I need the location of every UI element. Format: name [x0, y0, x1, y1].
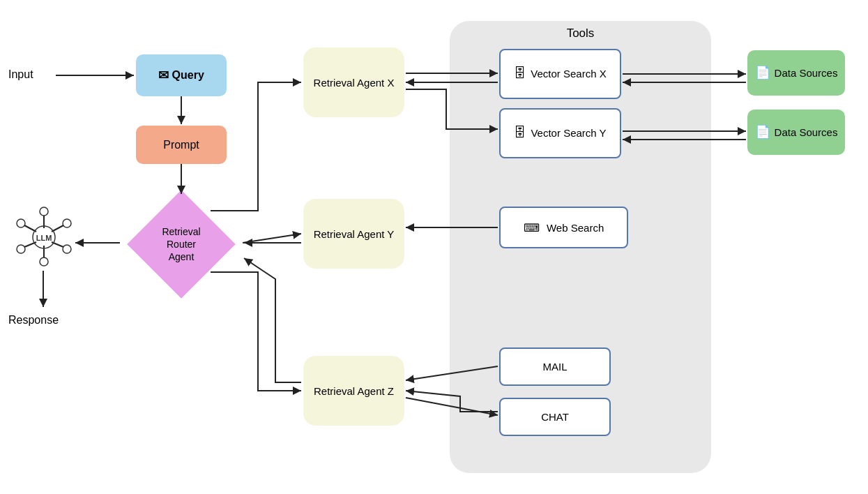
response-label: Response — [8, 314, 59, 327]
retrieval-agent-y: Retrieval Agent Y — [303, 199, 404, 269]
llm-icon: LLM — [13, 206, 75, 269]
router-agent-label: RetrievalRouterAgent — [162, 225, 200, 264]
svg-point-3 — [40, 257, 48, 266]
svg-point-4 — [17, 245, 25, 253]
tools-label: Tools — [450, 27, 711, 40]
llm-container: LLM — [13, 206, 75, 269]
keyboard-icon: ⌨ — [524, 221, 540, 234]
query-icon: ✉ — [158, 68, 169, 83]
svg-point-2 — [63, 245, 71, 253]
db-icon-y: 🗄 — [514, 125, 526, 141]
chat-tool: CHAT — [499, 398, 611, 436]
svg-point-1 — [63, 219, 71, 227]
prompt-box: Prompt — [136, 126, 227, 164]
retrieval-router-agent-diamond: RetrievalRouterAgent — [119, 195, 244, 293]
svg-point-0 — [40, 207, 48, 216]
vector-search-y: 🗄 Vector Search Y — [499, 108, 621, 158]
retrieval-agent-z: Retrieval Agent Z — [303, 356, 404, 426]
vector-search-x: 🗄 Vector Search X — [499, 49, 621, 99]
svg-point-5 — [17, 219, 25, 227]
svg-line-20 — [243, 234, 301, 243]
retrieval-agent-x: Retrieval Agent X — [303, 47, 404, 117]
doc-icon-2: 📄 — [755, 124, 770, 140]
db-icon-x: 🗄 — [514, 66, 526, 82]
web-search: ⌨ Web Search — [499, 207, 628, 248]
input-label: Input — [8, 68, 33, 81]
diagram: Tools Input ✉ Query Prompt RetrievalRout… — [0, 0, 868, 494]
mail-tool: MAIL — [499, 347, 611, 386]
data-source-1: 📄 Data Sources — [747, 50, 845, 96]
doc-icon-1: 📄 — [755, 65, 770, 81]
data-source-2: 📄 Data Sources — [747, 110, 845, 155]
query-box: ✉ Query — [136, 54, 227, 96]
svg-text:LLM: LLM — [36, 234, 52, 242]
